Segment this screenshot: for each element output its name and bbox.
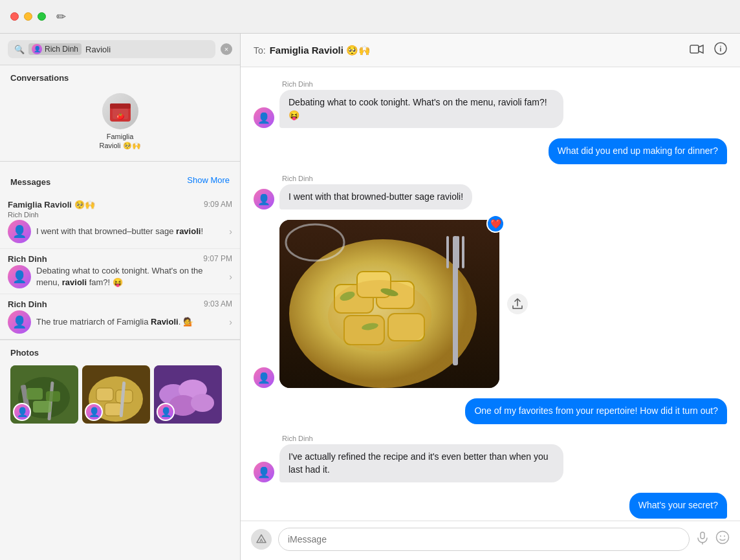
photo-2-avatar: 👤 [85,403,103,421]
message-6-row: 👤 Rich Dinh I've actually refined the re… [254,435,727,482]
message-result-1-avatar: 👤 [8,220,31,243]
input-area: A [241,521,740,560]
message-result-1-sender: Rich Dinh [8,211,39,219]
message-result-1-group: Famiglia Ravioli 🥺🙌 [8,200,95,210]
minimize-button[interactable] [24,12,32,21]
message-4-row: 👤 [254,220,727,388]
message-5-bubble: One of my favorites from your repertoire… [465,398,727,424]
message-7-content: What's your secret? [629,493,727,519]
main-layout: 🔍 👤 Rich Dinh Ravioli × Conversations [0,34,740,560]
svg-rect-15 [105,403,122,416]
message-3-sender: Rich Dinh [279,175,472,182]
message-1-row: 👤 Rich Dinh Debating what to cook tonigh… [254,80,727,128]
photos-section: Photos 👤 [0,339,240,436]
message-1-sender: Rich Dinh [279,80,563,88]
message-result-3-time: 9:03 AM [204,299,232,308]
message-1-avatar: 👤 [254,107,274,128]
svg-rect-22 [690,45,699,53]
message-result-2-content: 👤 Debating what to cook tonight. What's … [8,265,232,288]
svg-point-25 [720,46,721,47]
info-icon[interactable] [714,42,727,58]
svg-rect-8 [27,388,43,400]
message-1-bubble: Debating what to cook tonight. What's on… [279,90,563,128]
message-4-content: ❤️ [279,220,499,388]
search-query-text: Ravioli [85,45,209,54]
message-result-2-sender: Rich Dinh [8,254,47,264]
message-result-2-avatar: 👤 [8,265,31,288]
chat-area: To: Famiglia Ravioli 🥺🙌 [241,34,740,560]
photo-3-avatar: 👤 [157,403,175,421]
message-result-3-text: The true matriarch of Famiglia Ravioli. … [36,316,224,328]
message-4-share-button[interactable] [507,294,528,314]
message-result-3-content: 👤 The true matriarch of Famiglia Ravioli… [8,310,232,334]
sidebar: 🔍 👤 Rich Dinh Ravioli × Conversations [0,34,241,560]
svg-point-48 [724,535,725,537]
conversation-item-famiglia[interactable]: 🍅 FamigliaRavioli 🥺🙌 [0,88,240,156]
message-result-3-header: Rich Dinh 9:03 AM [8,299,232,309]
compose-button[interactable]: ✏ [56,10,66,24]
search-tag-person: 👤 Rich Dinh [28,43,82,55]
svg-text:A: A [259,537,263,543]
messages-section: Messages Show More Famiglia Ravioli 🥺🙌 9… [0,161,240,339]
message-5-content: One of my favorites from your repertoire… [465,398,727,424]
audio-input-button[interactable] [696,532,709,548]
message-result-3[interactable]: Rich Dinh 9:03 AM 👤 The true matriarch o… [0,294,240,339]
message-6-sender: Rich Dinh [279,435,563,442]
message-5-row: One of my favorites from your repertoire… [254,398,727,424]
message-6-bubble: I've actually refined the recipe and it'… [279,444,563,482]
svg-rect-40 [457,236,459,268]
maximize-button[interactable] [38,12,46,21]
photos-grid: 👤 👤 [0,363,240,429]
message-result-2-header: Rich Dinh 9:07 PM [8,254,232,264]
photos-header: Photos [0,340,240,363]
message-result-2[interactable]: Rich Dinh 9:07 PM 👤 Debating what to coo… [0,249,240,294]
title-bar: ✏ [0,0,740,34]
chat-header: To: Famiglia Ravioli 🥺🙌 [241,34,740,67]
photo-thumb-3[interactable]: 👤 [154,365,222,424]
conv-avatar-famiglia: 🍅 [102,93,138,129]
message-3-content: Rich Dinh I went with that browned-butte… [279,175,472,210]
message-4-reaction: ❤️ [486,215,505,233]
message-result-3-chevron: › [229,317,232,327]
message-2-bubble: What did you end up making for dinner? [549,138,727,164]
svg-rect-1 [110,103,131,109]
messages-section-label: Messages [10,169,50,191]
svg-rect-13 [96,388,113,401]
message-result-1-content: 👤 I went with that browned–butter sage r… [8,220,232,243]
show-more-button[interactable]: Show More [187,175,230,185]
message-result-2-text: Debating what to cook tonight. What's on… [36,265,224,288]
emoji-button[interactable] [715,530,730,548]
message-3-bubble: I went with that browned-butter sage rav… [279,184,472,210]
app-store-button[interactable]: A [251,529,272,550]
svg-point-46 [717,532,729,544]
chat-recipient-name: Famiglia Ravioli 🥺🙌 [270,45,371,56]
video-call-icon[interactable] [690,43,704,58]
message-result-1-text: I went with that browned–butter sage rav… [36,226,224,237]
traffic-lights [10,12,46,21]
message-result-1-header: Famiglia Ravioli 🥺🙌 9:09 AM [8,200,232,210]
message-4-image [279,220,499,388]
message-6-content: Rich Dinh I've actually refined the reci… [279,435,563,482]
message-result-2-time: 9:07 PM [203,254,232,263]
message-result-1-body: Rich Dinh [8,211,232,220]
close-button[interactable] [10,12,19,21]
search-tag-avatar: 👤 [32,44,42,54]
conversations-section: Conversations 🍅 FamigliaRavioli 🥺🙌 [0,65,240,161]
message-3-row: 👤 Rich Dinh I went with that browned-but… [254,175,727,210]
search-icon: 🔍 [14,45,25,54]
svg-rect-41 [462,236,464,268]
message-result-1-chevron: › [229,226,232,237]
search-input-wrap[interactable]: 🔍 👤 Rich Dinh Ravioli [8,40,215,58]
message-4-image-wrap: ❤️ [279,220,499,388]
search-bar: 🔍 👤 Rich Dinh Ravioli × [0,34,240,65]
message-6-avatar: 👤 [254,462,274,482]
svg-rect-44 [701,532,704,539]
message-result-1[interactable]: Famiglia Ravioli 🥺🙌 9:09 AM Rich Dinh 👤 … [0,195,240,249]
search-clear-button[interactable]: × [221,43,232,55]
conversations-header: Conversations [0,65,240,88]
message-input[interactable] [278,528,690,551]
chat-to-label: To: [254,45,266,56]
svg-point-21 [191,394,214,412]
photo-thumb-1[interactable]: 👤 [10,365,78,424]
photo-thumb-2[interactable]: 👤 [82,365,150,424]
